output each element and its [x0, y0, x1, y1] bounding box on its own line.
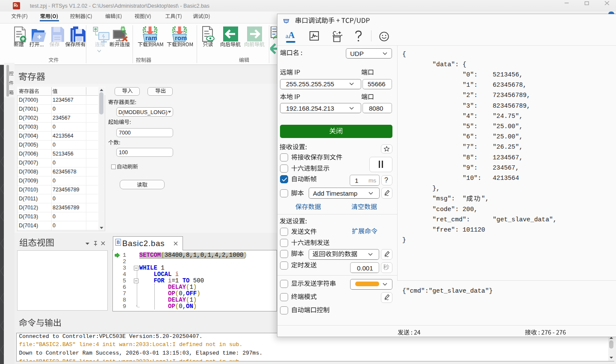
svg-text:B: B — [117, 240, 120, 245]
svg-text:rom: rom — [175, 34, 187, 41]
svg-text:ram: ram — [145, 34, 157, 41]
